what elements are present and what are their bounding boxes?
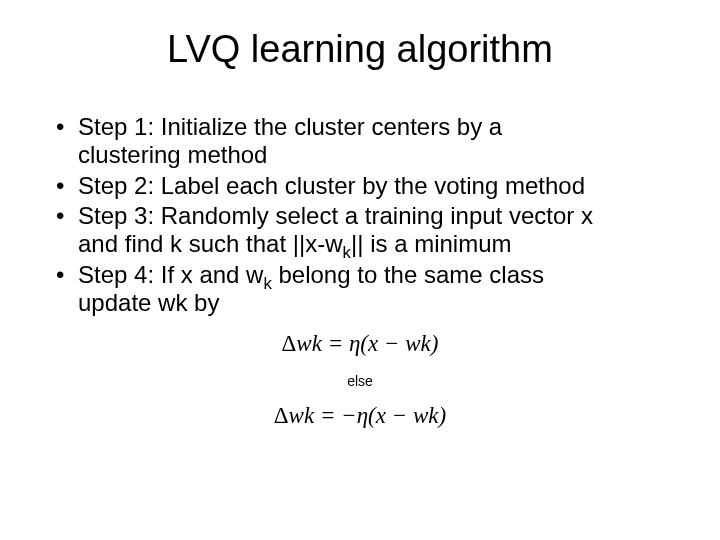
- step4-line2: update wk by: [78, 289, 219, 316]
- bullet-step1: Step 1: Initialize the cluster centers b…: [50, 113, 670, 170]
- formula-block: Δwk = η(x − wk) else Δwk = −η(x − wk): [40, 331, 680, 429]
- formula-2-delta: Δ: [274, 403, 289, 428]
- step1-line2: clustering method: [78, 141, 267, 168]
- slide: LVQ learning algorithm Step 1: Initializ…: [0, 0, 720, 540]
- step4-line1-post: belong to the same class: [272, 261, 544, 288]
- formula-2-body: wk = −η(x − wk): [289, 403, 447, 428]
- bullet-list: Step 1: Initialize the cluster centers b…: [50, 113, 670, 317]
- bullet-step2: Step 2: Label each cluster by the voting…: [50, 172, 670, 200]
- step3-line2-post: || is a minimum: [351, 230, 512, 257]
- step3-line1: Step 3: Randomly select a training input…: [78, 202, 593, 229]
- formula-1-body: wk = η(x − wk): [296, 331, 438, 356]
- step2-text: Step 2: Label each cluster by the voting…: [78, 172, 585, 199]
- formula-1: Δwk = η(x − wk): [282, 331, 439, 357]
- bullet-step4: Step 4: If x and wk belong to the same c…: [50, 261, 670, 318]
- step3-sub-k: k: [343, 243, 351, 262]
- formula-1-delta: Δ: [282, 331, 297, 356]
- step4-line1-pre: Step 4: If x and w: [78, 261, 263, 288]
- step3-line2-pre: and find k such that ||x-w: [78, 230, 343, 257]
- bullet-step3: Step 3: Randomly select a training input…: [50, 202, 670, 259]
- step4-sub-k: k: [263, 273, 271, 292]
- step1-line1: Step 1: Initialize the cluster centers b…: [78, 113, 502, 140]
- slide-title: LVQ learning algorithm: [40, 28, 680, 71]
- formula-2: Δwk = −η(x − wk): [274, 403, 446, 429]
- else-label: else: [40, 373, 680, 389]
